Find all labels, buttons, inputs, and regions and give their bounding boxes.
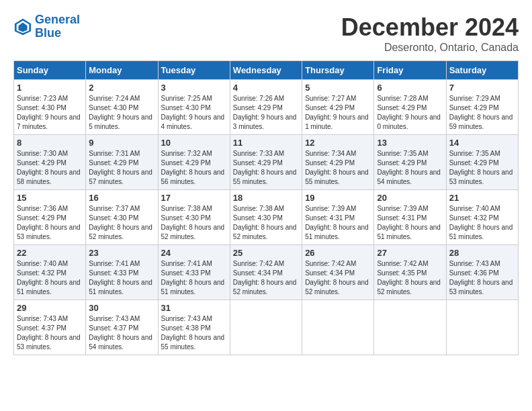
calendar-cell: 8 Sunrise: 7:30 AMSunset: 4:29 PMDayligh… <box>14 135 86 190</box>
day-number: 6 <box>377 83 443 93</box>
day-number: 27 <box>377 248 443 258</box>
calendar-cell: 18 Sunrise: 7:38 AMSunset: 4:30 PMDaylig… <box>230 190 302 245</box>
calendar-week-row: 22 Sunrise: 7:40 AMSunset: 4:32 PMDaylig… <box>14 245 519 300</box>
subtitle: Deseronto, Ontario, Canada <box>341 42 519 54</box>
day-number: 2 <box>89 83 154 93</box>
day-info: Sunrise: 7:35 AMSunset: 4:29 PMDaylight:… <box>449 149 515 187</box>
day-number: 5 <box>305 83 371 93</box>
day-number: 1 <box>17 83 83 93</box>
day-number: 22 <box>17 248 83 258</box>
calendar-cell: 4 Sunrise: 7:26 AMSunset: 4:29 PMDayligh… <box>230 80 302 135</box>
weekday-header: Tuesday <box>158 61 230 80</box>
day-info: Sunrise: 7:32 AMSunset: 4:29 PMDaylight:… <box>161 149 227 187</box>
title-section: December 2024 Deseronto, Ontario, Canada <box>341 13 519 54</box>
calendar-cell: 3 Sunrise: 7:25 AMSunset: 4:30 PMDayligh… <box>158 80 230 135</box>
calendar-cell: 24 Sunrise: 7:41 AMSunset: 4:33 PMDaylig… <box>158 245 230 300</box>
day-number: 24 <box>161 248 227 258</box>
day-info: Sunrise: 7:26 AMSunset: 4:29 PMDaylight:… <box>233 94 299 132</box>
calendar-week-row: 15 Sunrise: 7:36 AMSunset: 4:29 PMDaylig… <box>14 190 519 245</box>
day-info: Sunrise: 7:25 AMSunset: 4:30 PMDaylight:… <box>161 94 227 132</box>
calendar-week-row: 29 Sunrise: 7:43 AMSunset: 4:37 PMDaylig… <box>14 300 519 355</box>
day-info: Sunrise: 7:28 AMSunset: 4:29 PMDaylight:… <box>377 94 443 132</box>
logo-line2: Blue <box>35 26 61 40</box>
day-info: Sunrise: 7:39 AMSunset: 4:31 PMDaylight:… <box>305 204 371 242</box>
day-info: Sunrise: 7:42 AMSunset: 4:35 PMDaylight:… <box>377 259 443 297</box>
day-info: Sunrise: 7:38 AMSunset: 4:30 PMDaylight:… <box>161 204 227 242</box>
day-info: Sunrise: 7:41 AMSunset: 4:33 PMDaylight:… <box>89 259 154 297</box>
calendar-cell: 25 Sunrise: 7:42 AMSunset: 4:34 PMDaylig… <box>230 245 302 300</box>
day-number: 11 <box>233 138 299 148</box>
day-info: Sunrise: 7:24 AMSunset: 4:30 PMDaylight:… <box>89 94 154 132</box>
calendar-cell: 13 Sunrise: 7:35 AMSunset: 4:29 PMDaylig… <box>374 135 446 190</box>
day-info: Sunrise: 7:42 AMSunset: 4:34 PMDaylight:… <box>305 259 371 297</box>
calendar-cell: 27 Sunrise: 7:42 AMSunset: 4:35 PMDaylig… <box>374 245 446 300</box>
day-number: 21 <box>449 193 515 203</box>
header: General Blue December 2024 Deseronto, On… <box>13 13 519 54</box>
day-number: 19 <box>305 193 371 203</box>
calendar-cell: 22 Sunrise: 7:40 AMSunset: 4:32 PMDaylig… <box>14 245 86 300</box>
calendar-cell: 28 Sunrise: 7:43 AMSunset: 4:36 PMDaylig… <box>446 245 518 300</box>
calendar-cell: 17 Sunrise: 7:38 AMSunset: 4:30 PMDaylig… <box>158 190 230 245</box>
day-number: 3 <box>161 83 227 93</box>
calendar-cell <box>302 300 374 355</box>
day-number: 13 <box>377 138 443 148</box>
main-title: December 2024 <box>341 13 519 42</box>
day-number: 17 <box>161 193 227 203</box>
day-info: Sunrise: 7:37 AMSunset: 4:30 PMDaylight:… <box>89 204 154 242</box>
day-info: Sunrise: 7:42 AMSunset: 4:34 PMDaylight:… <box>233 259 299 297</box>
day-info: Sunrise: 7:31 AMSunset: 4:29 PMDaylight:… <box>89 149 154 187</box>
day-info: Sunrise: 7:35 AMSunset: 4:29 PMDaylight:… <box>377 149 443 187</box>
day-info: Sunrise: 7:43 AMSunset: 4:37 PMDaylight:… <box>17 314 83 352</box>
calendar-cell: 19 Sunrise: 7:39 AMSunset: 4:31 PMDaylig… <box>302 190 374 245</box>
calendar-cell: 15 Sunrise: 7:36 AMSunset: 4:29 PMDaylig… <box>14 190 86 245</box>
day-info: Sunrise: 7:40 AMSunset: 4:32 PMDaylight:… <box>17 259 83 297</box>
calendar: SundayMondayTuesdayWednesdayThursdayFrid… <box>13 60 519 355</box>
day-info: Sunrise: 7:29 AMSunset: 4:29 PMDaylight:… <box>449 94 515 132</box>
calendar-cell <box>446 300 518 355</box>
calendar-week-row: 1 Sunrise: 7:23 AMSunset: 4:30 PMDayligh… <box>14 80 519 135</box>
calendar-cell: 12 Sunrise: 7:34 AMSunset: 4:29 PMDaylig… <box>302 135 374 190</box>
day-number: 9 <box>89 138 154 148</box>
day-number: 10 <box>161 138 227 148</box>
day-info: Sunrise: 7:39 AMSunset: 4:31 PMDaylight:… <box>377 204 443 242</box>
weekday-header: Saturday <box>446 61 518 80</box>
calendar-cell: 7 Sunrise: 7:29 AMSunset: 4:29 PMDayligh… <box>446 80 518 135</box>
day-number: 25 <box>233 248 299 258</box>
calendar-cell: 2 Sunrise: 7:24 AMSunset: 4:30 PMDayligh… <box>86 80 158 135</box>
calendar-cell: 1 Sunrise: 7:23 AMSunset: 4:30 PMDayligh… <box>14 80 86 135</box>
day-info: Sunrise: 7:40 AMSunset: 4:32 PMDaylight:… <box>449 204 515 242</box>
calendar-cell: 30 Sunrise: 7:43 AMSunset: 4:37 PMDaylig… <box>86 300 158 355</box>
calendar-cell: 16 Sunrise: 7:37 AMSunset: 4:30 PMDaylig… <box>86 190 158 245</box>
day-info: Sunrise: 7:38 AMSunset: 4:30 PMDaylight:… <box>233 204 299 242</box>
day-number: 14 <box>449 138 515 148</box>
day-number: 12 <box>305 138 371 148</box>
day-info: Sunrise: 7:30 AMSunset: 4:29 PMDaylight:… <box>17 149 83 187</box>
weekday-header: Monday <box>86 61 158 80</box>
day-number: 4 <box>233 83 299 93</box>
day-info: Sunrise: 7:43 AMSunset: 4:36 PMDaylight:… <box>449 259 515 297</box>
calendar-week-row: 8 Sunrise: 7:30 AMSunset: 4:29 PMDayligh… <box>14 135 519 190</box>
logo-line1: General <box>35 13 80 26</box>
calendar-cell: 5 Sunrise: 7:27 AMSunset: 4:29 PMDayligh… <box>302 80 374 135</box>
calendar-cell: 29 Sunrise: 7:43 AMSunset: 4:37 PMDaylig… <box>14 300 86 355</box>
calendar-cell: 20 Sunrise: 7:39 AMSunset: 4:31 PMDaylig… <box>374 190 446 245</box>
day-number: 15 <box>17 193 83 203</box>
day-number: 20 <box>377 193 443 203</box>
calendar-cell: 21 Sunrise: 7:40 AMSunset: 4:32 PMDaylig… <box>446 190 518 245</box>
weekday-header-row: SundayMondayTuesdayWednesdayThursdayFrid… <box>14 61 519 80</box>
day-number: 18 <box>233 193 299 203</box>
calendar-cell: 23 Sunrise: 7:41 AMSunset: 4:33 PMDaylig… <box>86 245 158 300</box>
day-info: Sunrise: 7:41 AMSunset: 4:33 PMDaylight:… <box>161 259 227 297</box>
calendar-cell: 31 Sunrise: 7:43 AMSunset: 4:38 PMDaylig… <box>158 300 230 355</box>
day-number: 26 <box>305 248 371 258</box>
day-number: 30 <box>89 303 154 313</box>
day-number: 8 <box>17 138 83 148</box>
day-info: Sunrise: 7:43 AMSunset: 4:37 PMDaylight:… <box>89 314 154 352</box>
day-info: Sunrise: 7:23 AMSunset: 4:30 PMDaylight:… <box>17 94 83 132</box>
day-number: 29 <box>17 303 83 313</box>
day-info: Sunrise: 7:36 AMSunset: 4:29 PMDaylight:… <box>17 204 83 242</box>
logo: General Blue <box>13 13 80 40</box>
day-info: Sunrise: 7:34 AMSunset: 4:29 PMDaylight:… <box>305 149 371 187</box>
calendar-cell: 14 Sunrise: 7:35 AMSunset: 4:29 PMDaylig… <box>446 135 518 190</box>
day-number: 16 <box>89 193 154 203</box>
